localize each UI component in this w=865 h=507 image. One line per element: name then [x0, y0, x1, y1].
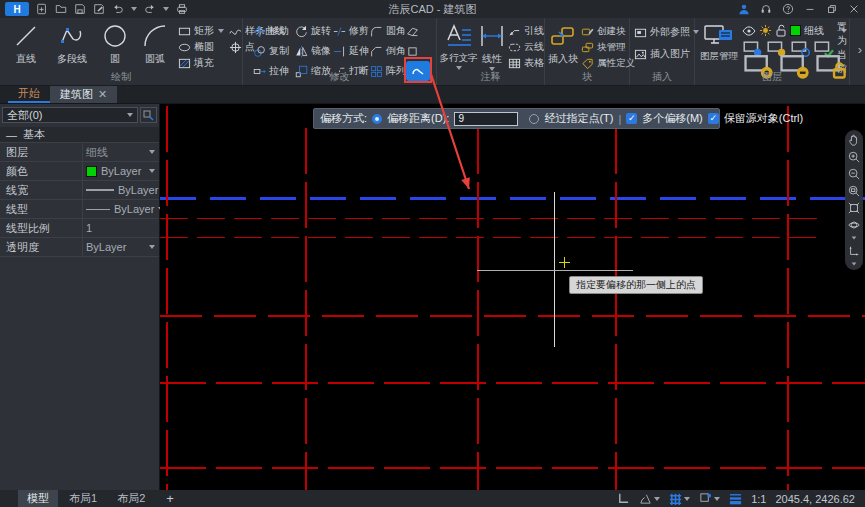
tool-ellipse[interactable]: 椭圆	[178, 39, 214, 55]
property-row-ltscale[interactable]: 线型比例 1	[0, 219, 159, 238]
annotation-scale[interactable]: 1:1	[751, 493, 766, 505]
lineweight-toggle[interactable]	[729, 492, 742, 505]
support-headset-icon[interactable]	[760, 3, 772, 15]
tool-leader[interactable]: 引线	[508, 23, 544, 39]
tool-table[interactable]: 表格	[508, 55, 544, 71]
tool-rectangle[interactable]: 矩形	[178, 23, 214, 39]
orbit-icon[interactable]	[848, 219, 860, 231]
polar-tracking-toggle[interactable]	[639, 492, 660, 505]
tool-hatch[interactable]: 填充	[178, 55, 214, 71]
offset-mode-label: 偏移方式:	[320, 111, 367, 126]
property-row-transparency[interactable]: 透明度 ByLayer	[0, 238, 159, 257]
user-icon[interactable]	[738, 3, 750, 15]
property-row-color[interactable]: 颜色 ByLayer	[0, 162, 159, 181]
properties-section-header[interactable]: — 基本	[0, 127, 159, 143]
close-button[interactable]	[848, 3, 860, 15]
tool-move[interactable]: 移动	[253, 23, 295, 39]
selection-filter-dropdown[interactable]: 全部(0)	[2, 107, 138, 123]
object-snap-toggle[interactable]	[699, 492, 720, 505]
zoom-window-icon[interactable]	[848, 185, 860, 197]
navigation-toolbar	[845, 130, 863, 270]
multiple-offset-checkbox[interactable]: ✓	[626, 113, 637, 124]
tool-create-block[interactable]: 创建块	[581, 23, 635, 39]
layer-visibility-icon[interactable]	[742, 25, 756, 37]
zoom-extents-icon[interactable]	[848, 202, 860, 214]
minimize-button[interactable]	[804, 3, 816, 15]
redo-icon[interactable]	[144, 3, 156, 15]
ribbon-overflow-chevron[interactable]: ›	[858, 42, 862, 57]
offset-options-toolbar: 偏移方式: 偏移距离(D): 经过指定点(T) | ✓ 多个偏移(M) ✓ 保留…	[313, 108, 720, 129]
ortho-icon[interactable]	[617, 492, 630, 505]
pan-icon[interactable]	[848, 134, 860, 146]
tool-fillet[interactable]: 圆角	[370, 23, 406, 39]
keep-source-checkbox[interactable]: ✓	[708, 113, 719, 124]
save-icon[interactable]	[74, 3, 86, 15]
ucs-dropdown-caret[interactable]	[852, 262, 857, 265]
lineweight-sample	[86, 189, 114, 191]
grid-caret-icon	[684, 497, 690, 501]
spline-icon	[229, 25, 242, 38]
eraser-icon	[406, 25, 419, 38]
new-file-icon[interactable]	[36, 3, 48, 15]
cad-line	[160, 237, 816, 238]
help-icon[interactable]	[782, 3, 794, 15]
print-icon[interactable]	[176, 3, 188, 15]
open-file-icon[interactable]	[55, 3, 67, 15]
save-as-icon[interactable]	[93, 3, 105, 15]
orbit-dropdown-caret[interactable]	[852, 236, 857, 239]
tool-attribute-define[interactable]: 属性定义	[581, 55, 635, 71]
layout1-tab[interactable]: 布局1	[60, 490, 106, 507]
chevron-down-icon[interactable]	[149, 245, 155, 249]
chevron-down-icon[interactable]	[149, 169, 155, 173]
property-row-linetype[interactable]: 线型 ByLayer	[0, 200, 159, 219]
osnap-caret-icon	[714, 497, 720, 501]
tool-xref[interactable]: 外部参照	[634, 24, 694, 40]
tool-insert-image[interactable]: 插入图片	[634, 46, 694, 62]
tool-extend[interactable]: 延伸	[333, 43, 370, 59]
duplicate-rect-icon	[406, 45, 419, 58]
undo-icon[interactable]	[112, 3, 124, 15]
tab-drawing[interactable]: 建筑图✕	[50, 86, 117, 103]
ribbon-panel-draw: 直线 多段线 圆 圆弧 矩形 椭圆	[0, 18, 243, 85]
tool-mirror[interactable]: 镜像	[295, 43, 333, 59]
tool-trim[interactable]: 修剪	[333, 23, 370, 39]
redo-dropdown-caret[interactable]	[163, 7, 169, 11]
offset-distance-input[interactable]	[454, 112, 518, 126]
quick-select-button[interactable]	[140, 107, 157, 123]
offset-distance-radio[interactable]	[372, 114, 382, 124]
tool-rotate[interactable]: 旋转	[295, 23, 333, 39]
object-snap-icon	[699, 492, 712, 505]
tool-revcloud[interactable]: 云线	[508, 39, 544, 55]
layer-color-swatch[interactable]	[790, 25, 801, 36]
restore-button[interactable]	[826, 3, 838, 15]
panel-label-block: 块	[545, 70, 629, 84]
tool-copy[interactable]: 复制	[253, 43, 295, 59]
attribute-tag-icon	[581, 57, 594, 70]
property-row-lineweight[interactable]: 线宽 ByLayer	[0, 181, 159, 200]
model-tab[interactable]: 模型	[18, 490, 58, 507]
layout2-tab[interactable]: 布局2	[108, 490, 154, 507]
tool-chamfer[interactable]: 倒角	[370, 43, 406, 59]
through-point-radio[interactable]	[529, 114, 539, 124]
document-tabs-bar: 开始 建筑图✕	[0, 86, 865, 104]
filter-caret-icon	[127, 113, 133, 117]
tool-block-manage[interactable]: 块管理	[581, 39, 635, 55]
layer-freeze-sun-icon[interactable]	[759, 24, 772, 37]
property-row-layer[interactable]: 图层 细线	[0, 143, 159, 162]
ucs-icon[interactable]	[848, 245, 860, 257]
table-icon	[508, 57, 521, 70]
grid-snap-toggle[interactable]	[669, 492, 690, 505]
cad-line	[166, 106, 168, 490]
cad-line	[160, 382, 865, 384]
layer-lock-icon[interactable]	[775, 24, 787, 37]
rect-group-caret[interactable]	[218, 29, 224, 33]
ribbon-panel-insert: 外部参照 插入图片 插入	[630, 18, 695, 85]
add-layout-button[interactable]: +	[156, 491, 184, 506]
close-tab-icon[interactable]: ✕	[98, 88, 107, 101]
undo-dropdown-caret[interactable]	[131, 7, 137, 11]
tab-start[interactable]: 开始	[8, 86, 50, 103]
drawing-canvas[interactable]: 偏移方式: 偏移距离(D): 经过指定点(T) | ✓ 多个偏移(M) ✓ 保留…	[160, 104, 865, 490]
chevron-down-icon[interactable]	[149, 150, 155, 154]
zoom-in-icon[interactable]	[848, 151, 860, 163]
zoom-out-icon[interactable]	[848, 168, 860, 180]
